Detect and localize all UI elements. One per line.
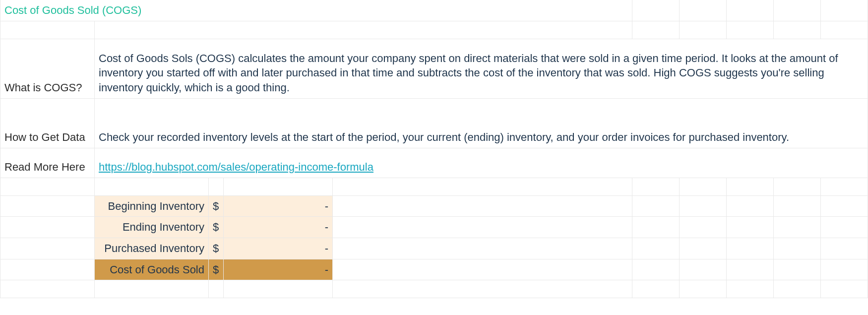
row-purchased-inventory-currency: $	[209, 238, 224, 259]
row-cogs-label: Cost of Goods Sold	[95, 259, 209, 280]
label-read-more: Read More Here	[0, 148, 95, 178]
row-beginning-inventory-label: Beginning Inventory	[95, 195, 209, 217]
row-purchased-inventory-value[interactable]: -	[224, 238, 333, 259]
row-purchased-inventory-label: Purchased Inventory	[95, 238, 209, 259]
row-cogs-value: -	[224, 259, 333, 280]
row-beginning-inventory-currency: $	[209, 195, 224, 217]
label-how-to-get-data: How to Get Data	[0, 98, 95, 148]
row-ending-inventory-currency: $	[209, 217, 224, 238]
spreadsheet-grid: Cost of Goods Sold (COGS) What is COGS? …	[0, 0, 868, 298]
row-ending-inventory-value[interactable]: -	[224, 217, 333, 238]
label-what-is-cogs: What is COGS?	[0, 39, 95, 98]
page-title: Cost of Goods Sold (COGS)	[0, 0, 632, 21]
row-ending-inventory-label: Ending Inventory	[95, 217, 209, 238]
row-beginning-inventory-value[interactable]: -	[224, 195, 333, 217]
link-read-more[interactable]: https://blog.hubspot.com/sales/operating…	[99, 161, 373, 173]
text-what-is-cogs: Cost of Goods Sols (COGS) calculates the…	[95, 39, 868, 98]
text-how-to-get-data: Check your recorded inventory levels at …	[95, 98, 868, 148]
row-cogs-currency: $	[209, 259, 224, 280]
